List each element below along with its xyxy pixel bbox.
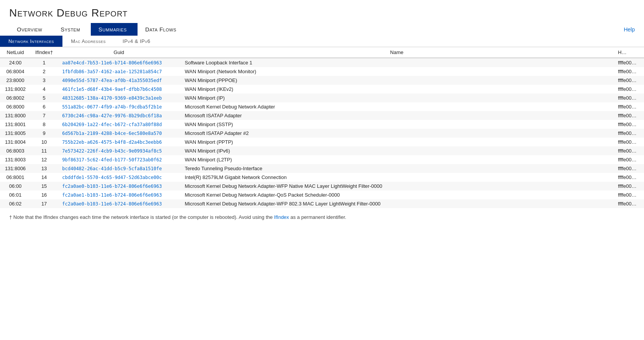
cell-h: ffffe00… [613, 94, 644, 102]
cell-ifindex: 5 [31, 94, 57, 102]
cell-name: WAN Miniport (Network Monitor) [180, 67, 613, 76]
subnav-ipv4-ipv6[interactable]: IPv4 & IPv6 [114, 36, 159, 47]
cell-netluid: 131:8000 [0, 111, 31, 120]
cell-h: ffffe00… [613, 191, 644, 199]
cell-name: WAN Miniport (SSTP) [180, 120, 613, 129]
cell-guid: 1fbfdb86-3a57-4162-aa1e-125281a854c7 [57, 67, 180, 76]
cell-ifindex: 13 [31, 164, 57, 173]
col-name: Name [180, 47, 613, 58]
cell-netluid: 131:8005 [0, 129, 31, 138]
cell-name: Microsoft Kernel Debug Network Adapter [180, 102, 613, 111]
cell-guid: fc2a0ae1-b103-11e6-b724-806e6f6e6963 [57, 191, 180, 199]
cell-ifindex: 3 [31, 76, 57, 85]
sub-nav: Network Interfaces Mac Addresses IPv4 & … [0, 36, 644, 47]
table-row: 06:80006551a82bc-0677-4fb9-a74b-f9cdba5f… [0, 102, 644, 111]
cell-h: ffffe00… [613, 146, 644, 155]
cell-netluid: 23:8000 [0, 76, 31, 85]
ifindex-link[interactable]: IfIndex [274, 214, 289, 220]
cell-name: WAN Miniport (L2TP) [180, 155, 613, 164]
tab-data-flows[interactable]: Data Flows [138, 23, 187, 36]
cell-name: Intel(R) 82579LM Gigabit Network Connect… [180, 173, 613, 182]
cell-guid: 9bf86317-5c62-4fed-b177-50f723ab0f62 [57, 155, 180, 164]
cell-h: ffffe00… [613, 76, 644, 85]
cell-netluid: 06:8001 [0, 173, 31, 182]
cell-name: Microsoft ISATAP Adapter [180, 111, 613, 120]
cell-h: ffffe00… [613, 102, 644, 111]
cell-ifindex: 10 [31, 138, 57, 146]
cell-ifindex: 8 [31, 120, 57, 129]
cell-h: ffffe00… [613, 58, 644, 67]
cell-guid: 7e573422-226f-4cb9-b43c-9e09934af8c5 [57, 146, 180, 155]
cell-netluid: 06:8002 [0, 94, 31, 102]
cell-h: ffffe00… [613, 173, 644, 182]
tab-summaries[interactable]: Summaries [91, 23, 138, 36]
cell-guid: 551a82bc-0677-4fb9-a74b-f9cdba5f2b1e [57, 102, 180, 111]
cell-netluid: 06:8003 [0, 146, 31, 155]
cell-ifindex: 7 [31, 111, 57, 120]
cell-ifindex: 12 [31, 155, 57, 164]
table-row: 23:800034090e55d-5787-47ea-af0b-41a35503… [0, 76, 644, 85]
table-row: 131:800613bcd40482-26ac-41dd-b5c9-5cfa8a… [0, 164, 644, 173]
help-link[interactable]: Help [624, 26, 635, 33]
cell-name: Microsoft ISATAP Adapter #2 [180, 129, 613, 138]
cell-guid: 48312685-138a-4170-9369-e8439c3a1eeb [57, 94, 180, 102]
cell-name: WAN Miniport (IPv6) [180, 146, 613, 155]
col-guid: Guid [57, 47, 180, 58]
cell-ifindex: 4 [31, 85, 57, 94]
cell-name: WAN Miniport (PPPOE) [180, 76, 613, 85]
cell-netluid: 06:02 [0, 199, 31, 208]
cell-h: ffffe00… [613, 138, 644, 146]
cell-name: Microsoft Kernel Debug Network Adapter-W… [180, 182, 613, 191]
cell-ifindex: 6 [31, 102, 57, 111]
cell-name: Microsoft Kernel Debug Network Adapter-Q… [180, 191, 613, 199]
cell-netluid: 06:8000 [0, 102, 31, 111]
cell-netluid: 06:00 [0, 182, 31, 191]
cell-h: ffffe00… [613, 199, 644, 208]
table-row: 131:800596d567b1a-2189-4288-b4ce-6ec580e… [0, 129, 644, 138]
cell-guid: 6b204269-1a22-4fec-b672-cfa37a80f88d [57, 120, 180, 129]
table-row: 06:0116fc2a0ae1-b103-11e6-b724-806e6f6e6… [0, 191, 644, 199]
tab-overview[interactable]: Overview [9, 23, 53, 36]
cell-guid: 4090e55d-5787-47ea-af0b-41a355035edf [57, 76, 180, 85]
cell-guid: aa87e4cd-7b53-11e6-b714-806e6f6e6963 [57, 58, 180, 67]
cell-h: ffffe00… [613, 85, 644, 94]
col-h: H… [613, 47, 644, 58]
table-row: 24:001aa87e4cd-7b53-11e6-b714-806e6f6e69… [0, 58, 644, 67]
cell-guid: fc2a0ae0-b103-11e6-b724-806e6f6e6963 [57, 182, 180, 191]
col-netluid: NetLuid [0, 47, 31, 58]
cell-guid: 6730c246-c98a-427e-9976-8b29dbc6f18a [57, 111, 180, 120]
subnav-network-interfaces[interactable]: Network Interfaces [0, 36, 62, 47]
cell-netluid: 131:8006 [0, 164, 31, 173]
cell-guid: bcd40482-26ac-41dd-b5c9-5cfa8a1510fe [57, 164, 180, 173]
cell-ifindex: 1 [31, 58, 57, 67]
subnav-mac-addresses[interactable]: Mac Addresses [62, 36, 114, 47]
table-row: 06:8002548312685-138a-4170-9369-e8439c3a… [0, 94, 644, 102]
cell-ifindex: 2 [31, 67, 57, 76]
cell-h: ffffe00… [613, 164, 644, 173]
cell-ifindex: 11 [31, 146, 57, 155]
table-row: 06:0015fc2a0ae0-b103-11e6-b724-806e6f6e6… [0, 182, 644, 191]
cell-h: ffffe00… [613, 120, 644, 129]
cell-h: ffffe00… [613, 111, 644, 120]
cell-ifindex: 15 [31, 182, 57, 191]
tab-system[interactable]: System [53, 23, 91, 36]
cell-netluid: 06:8004 [0, 67, 31, 76]
table-row: 06:8003117e573422-226f-4cb9-b43c-9e09934… [0, 146, 644, 155]
cell-netluid: 131:8001 [0, 120, 31, 129]
cell-netluid: 131:8002 [0, 85, 31, 94]
table-row: 131:80024461fc1e5-d68f-43b4-9aef-dfbb7b6… [0, 85, 644, 94]
cell-name: Software Loopback Interface 1 [180, 58, 613, 67]
cell-name: WAN Miniport (IKEv2) [180, 85, 613, 94]
cell-h: ffffe00… [613, 155, 644, 164]
cell-h: ffffe00… [613, 67, 644, 76]
cell-name: WAN Miniport (PPTP) [180, 138, 613, 146]
cell-guid: fc2a0ae0-b103-11e6-b724-806e6f6e6963 [57, 199, 180, 208]
table-row: 131:800410755b22eb-a626-4575-b4f8-d2a4bc… [0, 138, 644, 146]
cell-ifindex: 17 [31, 199, 57, 208]
footer-note: † Note that the IfIndex changes each tim… [0, 208, 644, 224]
cell-netluid: 131:8003 [0, 155, 31, 164]
table-row: 06:800114cbddfde1-5570-4c65-9d47-52d63ab… [0, 173, 644, 182]
cell-netluid: 131:8004 [0, 138, 31, 146]
cell-ifindex: 16 [31, 191, 57, 199]
cell-ifindex: 14 [31, 173, 57, 182]
